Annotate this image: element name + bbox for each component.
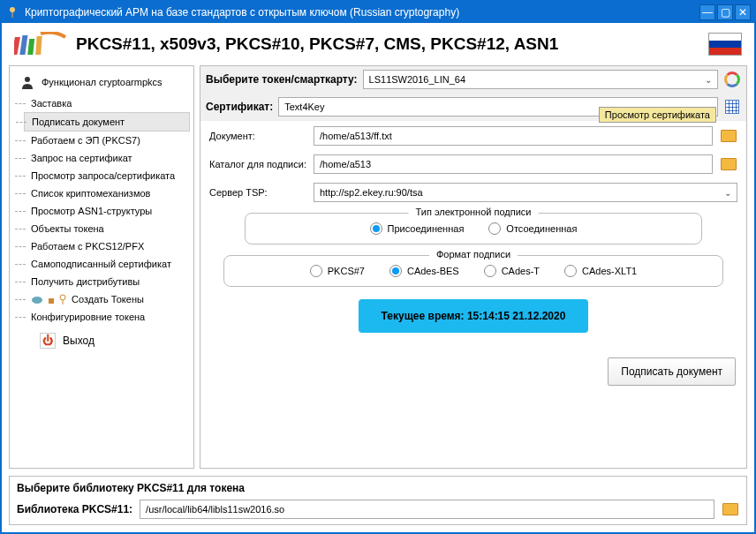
svg-point-0 (10, 7, 15, 12)
lib-row: Библиотека PKCS#11: (17, 500, 739, 519)
token-label: Выберите токен/смарткарту: (206, 73, 358, 86)
svg-rect-3 (19, 35, 27, 55)
footer-panel: Выберите библиотеку PKCS#11 для токена Б… (9, 476, 747, 525)
document-row: Документ: (209, 126, 737, 146)
titlebar: Криптографический АРМ на базе стандартов… (2, 2, 754, 23)
sigtype-fieldset: Тип электронной подписи ПрисоединеннаяОт… (245, 213, 702, 244)
window-title: Криптографический АРМ на базе стандартов… (25, 6, 694, 19)
sidebar-item[interactable]: Работаем с ЭП (PKCS7) (24, 132, 190, 149)
sidebar-item[interactable]: Подписать документ (24, 112, 190, 132)
header-title: PKCS#11, x509v3, PKCS#10, PKCS#7, CMS, P… (76, 34, 699, 54)
svg-point-9 (60, 295, 65, 300)
svg-rect-8 (49, 298, 54, 304)
svg-point-6 (25, 77, 30, 82)
sidebar-item[interactable]: Просмотр запроса/сертификата (24, 167, 190, 184)
maximize-button[interactable]: ▢ (717, 4, 733, 20)
app-window: Криптографический АРМ на базе стандартов… (0, 0, 756, 534)
main-area: Функционал cryptoarmpkcs ЗаставкаПодписа… (2, 65, 754, 476)
token-row: Выберите токен/смарткарту: LS11SW2016_LI… (200, 66, 746, 94)
app-icon (5, 5, 19, 19)
radio-icon (484, 265, 496, 277)
sign-button[interactable]: Подписать документ (608, 357, 736, 386)
sidebar-item[interactable]: Просмотр ASN1-структуры (24, 202, 190, 220)
folder-icon[interactable] (722, 500, 739, 518)
cert-label: Сертификат: (206, 101, 273, 113)
radio-option[interactable]: CAdes-XLT1 (564, 265, 637, 277)
sigdir-input[interactable] (314, 154, 713, 174)
sidebar-item[interactable]: Создать Токены (24, 290, 190, 308)
folder-icon[interactable] (720, 155, 737, 173)
header: PKCS#11, x509v3, PKCS#10, PKCS#7, CMS, P… (2, 23, 754, 65)
tsp-select[interactable]: http://sp2.ekey.ru:90/tsa ⌄ (314, 183, 737, 202)
time-badge: Текущее время: 15:14:15 21.12.2020 (359, 299, 588, 333)
svg-rect-1 (11, 12, 13, 18)
svg-rect-4 (27, 39, 34, 55)
sidebar: Функционал cryptoarmpkcs ЗаставкаПодписа… (9, 65, 194, 469)
radio-option[interactable]: Присоединенная (370, 222, 465, 235)
svg-point-7 (32, 297, 42, 304)
exit-label: Выход (63, 335, 94, 347)
sidebar-item[interactable]: Конфигурировние токена (24, 308, 190, 326)
lock-icon (47, 294, 56, 305)
tsp-row: Сервер TSP: http://sp2.ekey.ru:90/tsa ⌄ (209, 183, 737, 202)
cloud-icon (31, 294, 43, 305)
sigtype-legend: Тип электронной подписи (409, 207, 539, 217)
radio-option[interactable]: CAdes-T (484, 265, 540, 277)
radio-option[interactable]: Отсоединенная (488, 222, 577, 235)
lib-input[interactable] (140, 500, 714, 519)
radio-icon (564, 265, 577, 277)
sidebar-item[interactable]: Самоподписанный сертификат (24, 255, 190, 273)
tsp-label: Сервер TSP: (209, 187, 306, 198)
refresh-icon[interactable] (723, 71, 741, 88)
radio-icon (310, 265, 322, 277)
sidebar-item[interactable]: Работаем с PKCS12/PFX (24, 237, 190, 255)
sigdir-row: Каталог для подписи: (209, 154, 737, 174)
radio-icon (370, 222, 382, 235)
folder-icon[interactable] (720, 127, 737, 145)
sidebar-item[interactable]: Заставка (24, 94, 190, 112)
content-panel: Выберите токен/смарткарту: LS11SW2016_LI… (200, 65, 747, 469)
token-select[interactable]: LS11SW2016_LIN_64 ⌄ (363, 70, 718, 89)
chevron-down-icon: ⌄ (705, 75, 712, 85)
svg-rect-5 (35, 36, 42, 55)
sidebar-item[interactable]: Список криптомеханизмов (24, 184, 190, 202)
chevron-down-icon: ⌄ (724, 188, 731, 198)
flag-icon[interactable] (708, 33, 742, 56)
sidebar-item[interactable]: Запрос на сертификат (24, 149, 190, 167)
lib-label: Библиотека PKCS#11: (17, 503, 132, 515)
books-icon (14, 32, 67, 56)
document-label: Документ: (209, 131, 306, 141)
sidebar-item[interactable]: Получить дистрибутивы (24, 273, 190, 290)
cert-tooltip: Просмотр сертификата (599, 107, 716, 123)
radio-icon (488, 222, 501, 235)
radio-icon (389, 265, 402, 277)
sigformat-legend: Формат подписи (429, 249, 518, 259)
key-icon (59, 294, 68, 305)
minimize-button[interactable]: — (699, 4, 715, 20)
close-button[interactable]: ✕ (735, 4, 751, 20)
radio-option[interactable]: CAdes-BES (389, 265, 459, 277)
view-cert-icon[interactable] (723, 98, 741, 116)
sidebar-item[interactable]: Объекты токена (24, 220, 190, 237)
submit-row: Подписать документ (200, 350, 746, 393)
sigformat-fieldset: Формат подписи PKCS#7CAdes-BESCAdes-TCAd… (223, 255, 723, 287)
tree-root-label: Функционал cryptoarmpkcs (42, 77, 163, 87)
svg-rect-2 (14, 37, 20, 55)
document-input[interactable] (314, 126, 713, 146)
radio-option[interactable]: PKCS#7 (310, 265, 365, 277)
window-controls: — ▢ ✕ (699, 4, 751, 20)
footer-title: Выберите библиотеку PKCS#11 для токена (17, 482, 739, 494)
person-icon (19, 75, 36, 89)
exit-item[interactable]: ⏻ Выход (33, 329, 190, 352)
power-icon: ⏻ (40, 333, 56, 349)
sigdir-label: Каталог для подписи: (209, 159, 306, 169)
tree-root[interactable]: Функционал cryptoarmpkcs (13, 71, 190, 93)
